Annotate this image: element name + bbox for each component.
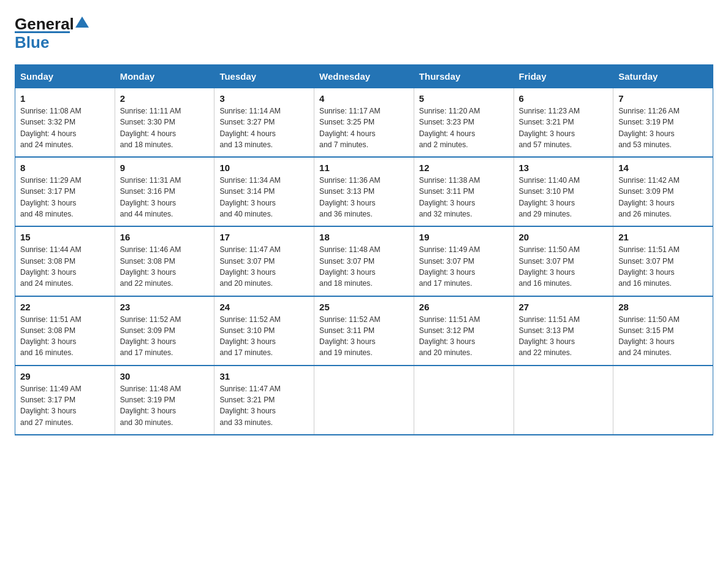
day-cell: 29 Sunrise: 11:49 AMSunset: 3:17 PMDayli… <box>15 366 115 435</box>
day-info: Sunrise: 11:52 AMSunset: 3:11 PMDaylight… <box>319 314 409 359</box>
day-number: 22 <box>20 302 110 312</box>
day-info: Sunrise: 11:49 AMSunset: 3:17 PMDaylight… <box>20 383 110 428</box>
day-cell: 5 Sunrise: 11:20 AMSunset: 3:23 PMDaylig… <box>414 88 514 158</box>
day-info: Sunrise: 11:20 AMSunset: 3:23 PMDaylight… <box>419 105 509 150</box>
day-cell: 13 Sunrise: 11:40 AMSunset: 3:10 PMDayli… <box>514 157 613 226</box>
day-info: Sunrise: 11:08 AMSunset: 3:32 PMDaylight… <box>20 105 110 150</box>
week-row-2: 8 Sunrise: 11:29 AMSunset: 3:17 PMDaylig… <box>15 157 713 226</box>
week-row-1: 1 Sunrise: 11:08 AMSunset: 3:32 PMDaylig… <box>15 88 713 158</box>
day-info: Sunrise: 11:51 AMSunset: 3:12 PMDaylight… <box>419 314 509 359</box>
page-header: General Blue <box>15 15 713 52</box>
day-info: Sunrise: 11:36 AMSunset: 3:13 PMDaylight… <box>319 175 409 220</box>
day-info: Sunrise: 11:47 AMSunset: 3:21 PMDaylight… <box>219 383 309 428</box>
day-info: Sunrise: 11:44 AMSunset: 3:08 PMDaylight… <box>20 244 110 289</box>
day-cell: 10 Sunrise: 11:34 AMSunset: 3:14 PMDayli… <box>214 157 314 226</box>
header-sunday: Sunday <box>15 65 115 88</box>
day-cell <box>314 366 414 435</box>
week-row-3: 15 Sunrise: 11:44 AMSunset: 3:08 PMDayli… <box>15 226 713 296</box>
day-cell: 28 Sunrise: 11:50 AMSunset: 3:15 PMDayli… <box>613 296 713 366</box>
header-tuesday: Tuesday <box>214 65 314 88</box>
week-row-5: 29 Sunrise: 11:49 AMSunset: 3:17 PMDayli… <box>15 366 713 435</box>
logo-blue: Blue <box>15 33 49 52</box>
day-cell: 6 Sunrise: 11:23 AMSunset: 3:21 PMDaylig… <box>514 88 613 158</box>
day-info: Sunrise: 11:17 AMSunset: 3:25 PMDaylight… <box>319 105 409 150</box>
day-info: Sunrise: 11:48 AMSunset: 3:19 PMDaylight… <box>120 383 210 428</box>
calendar-header-row: SundayMondayTuesdayWednesdayThursdayFrid… <box>15 65 713 88</box>
day-number: 3 <box>219 93 309 104</box>
day-cell: 18 Sunrise: 11:48 AMSunset: 3:07 PMDayli… <box>314 226 414 296</box>
day-cell: 17 Sunrise: 11:47 AMSunset: 3:07 PMDayli… <box>214 226 314 296</box>
day-info: Sunrise: 11:52 AMSunset: 3:09 PMDaylight… <box>120 314 210 359</box>
day-number: 14 <box>618 163 708 173</box>
day-cell: 22 Sunrise: 11:51 AMSunset: 3:08 PMDayli… <box>15 296 115 366</box>
day-cell: 12 Sunrise: 11:38 AMSunset: 3:11 PMDayli… <box>414 157 514 226</box>
day-cell: 20 Sunrise: 11:50 AMSunset: 3:07 PMDayli… <box>514 226 613 296</box>
day-number: 15 <box>20 232 110 242</box>
day-number: 5 <box>419 93 509 104</box>
header-friday: Friday <box>514 65 613 88</box>
day-cell: 21 Sunrise: 11:51 AMSunset: 3:07 PMDayli… <box>613 226 713 296</box>
day-info: Sunrise: 11:48 AMSunset: 3:07 PMDaylight… <box>319 244 409 289</box>
day-number: 16 <box>120 232 210 242</box>
svg-marker-0 <box>75 17 89 28</box>
day-info: Sunrise: 11:51 AMSunset: 3:13 PMDaylight… <box>519 314 609 359</box>
day-number: 10 <box>219 163 309 173</box>
day-info: Sunrise: 11:11 AMSunset: 3:30 PMDaylight… <box>120 105 210 150</box>
day-number: 13 <box>519 163 609 173</box>
day-info: Sunrise: 11:23 AMSunset: 3:21 PMDaylight… <box>519 105 609 150</box>
day-info: Sunrise: 11:47 AMSunset: 3:07 PMDaylight… <box>219 244 309 289</box>
day-number: 20 <box>519 232 609 242</box>
logo-triangle-icon <box>75 15 89 29</box>
day-number: 9 <box>120 163 210 173</box>
day-cell: 23 Sunrise: 11:52 AMSunset: 3:09 PMDayli… <box>115 296 214 366</box>
day-info: Sunrise: 11:31 AMSunset: 3:16 PMDaylight… <box>120 175 210 220</box>
day-number: 26 <box>419 302 509 312</box>
day-number: 7 <box>618 93 708 104</box>
day-cell: 31 Sunrise: 11:47 AMSunset: 3:21 PMDayli… <box>214 366 314 435</box>
day-cell <box>414 366 514 435</box>
day-cell: 15 Sunrise: 11:44 AMSunset: 3:08 PMDayli… <box>15 226 115 296</box>
day-info: Sunrise: 11:40 AMSunset: 3:10 PMDaylight… <box>519 175 609 220</box>
day-number: 31 <box>219 371 309 381</box>
logo: General Blue <box>15 15 89 52</box>
day-info: Sunrise: 11:50 AMSunset: 3:07 PMDaylight… <box>519 244 609 289</box>
day-cell: 2 Sunrise: 11:11 AMSunset: 3:30 PMDaylig… <box>115 88 214 158</box>
day-cell: 24 Sunrise: 11:52 AMSunset: 3:10 PMDayli… <box>214 296 314 366</box>
day-number: 28 <box>618 302 708 312</box>
day-info: Sunrise: 11:34 AMSunset: 3:14 PMDaylight… <box>219 175 309 220</box>
day-cell: 19 Sunrise: 11:49 AMSunset: 3:07 PMDayli… <box>414 226 514 296</box>
day-info: Sunrise: 11:42 AMSunset: 3:09 PMDaylight… <box>618 175 708 220</box>
day-number: 27 <box>519 302 609 312</box>
day-cell: 25 Sunrise: 11:52 AMSunset: 3:11 PMDayli… <box>314 296 414 366</box>
day-cell: 27 Sunrise: 11:51 AMSunset: 3:13 PMDayli… <box>514 296 613 366</box>
header-thursday: Thursday <box>414 65 514 88</box>
day-number: 11 <box>319 163 409 173</box>
day-info: Sunrise: 11:50 AMSunset: 3:15 PMDaylight… <box>618 314 708 359</box>
header-saturday: Saturday <box>613 65 713 88</box>
day-number: 21 <box>618 232 708 242</box>
day-info: Sunrise: 11:26 AMSunset: 3:19 PMDaylight… <box>618 105 708 150</box>
day-info: Sunrise: 11:14 AMSunset: 3:27 PMDaylight… <box>219 105 309 150</box>
calendar-table: SundayMondayTuesdayWednesdayThursdayFrid… <box>15 64 713 435</box>
day-cell: 30 Sunrise: 11:48 AMSunset: 3:19 PMDayli… <box>115 366 214 435</box>
day-cell: 8 Sunrise: 11:29 AMSunset: 3:17 PMDaylig… <box>15 157 115 226</box>
day-info: Sunrise: 11:51 AMSunset: 3:08 PMDaylight… <box>20 314 110 359</box>
week-row-4: 22 Sunrise: 11:51 AMSunset: 3:08 PMDayli… <box>15 296 713 366</box>
day-number: 29 <box>20 371 110 381</box>
day-cell: 9 Sunrise: 11:31 AMSunset: 3:16 PMDaylig… <box>115 157 214 226</box>
day-number: 1 <box>20 93 110 104</box>
day-info: Sunrise: 11:29 AMSunset: 3:17 PMDaylight… <box>20 175 110 220</box>
day-cell <box>613 366 713 435</box>
day-info: Sunrise: 11:38 AMSunset: 3:11 PMDaylight… <box>419 175 509 220</box>
day-number: 2 <box>120 93 210 104</box>
day-number: 18 <box>319 232 409 242</box>
day-cell: 14 Sunrise: 11:42 AMSunset: 3:09 PMDayli… <box>613 157 713 226</box>
day-cell: 1 Sunrise: 11:08 AMSunset: 3:32 PMDaylig… <box>15 88 115 158</box>
day-number: 24 <box>219 302 309 312</box>
day-cell: 4 Sunrise: 11:17 AMSunset: 3:25 PMDaylig… <box>314 88 414 158</box>
day-number: 23 <box>120 302 210 312</box>
header-monday: Monday <box>115 65 214 88</box>
day-number: 8 <box>20 163 110 173</box>
day-number: 17 <box>219 232 309 242</box>
day-cell: 3 Sunrise: 11:14 AMSunset: 3:27 PMDaylig… <box>214 88 314 158</box>
